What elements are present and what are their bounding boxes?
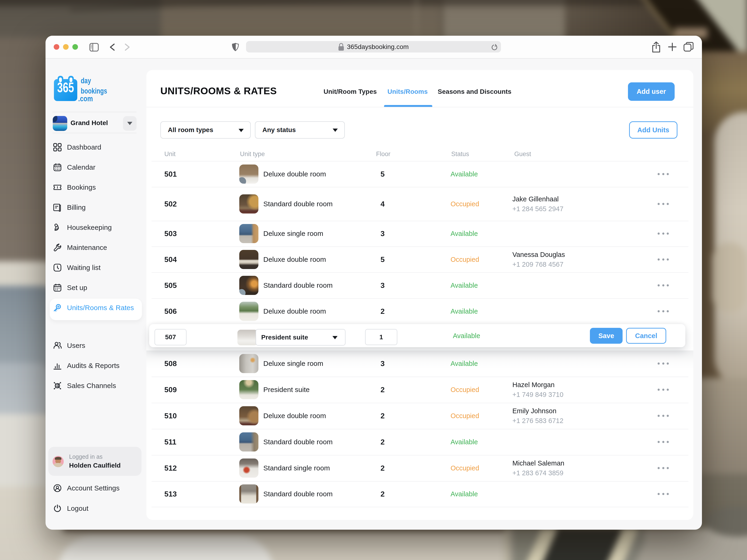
svg-text:day: day xyxy=(81,76,91,85)
svg-text:.com: .com xyxy=(78,94,93,103)
svg-text:bookings: bookings xyxy=(81,86,107,95)
svg-text:365: 365 xyxy=(57,80,74,95)
